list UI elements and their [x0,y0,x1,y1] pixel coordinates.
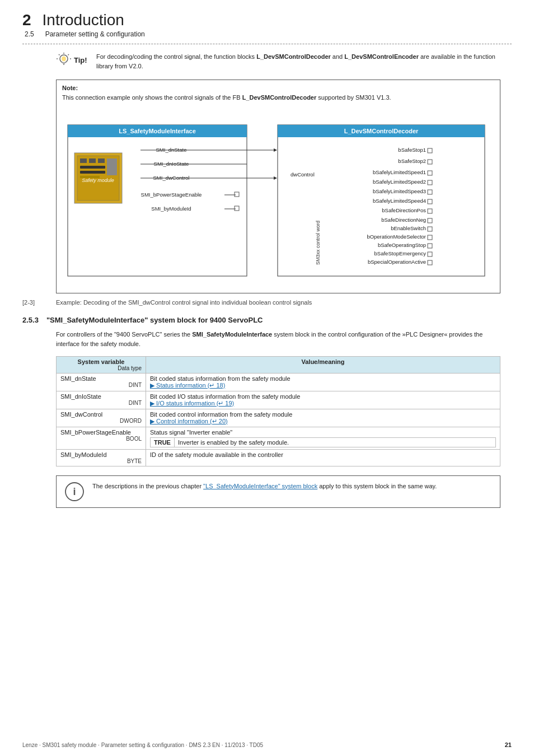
val-link-row: ▶ I/O status information (↵ 19) [150,400,496,407]
val-link-row: ▶ Status information (↵ 18) [150,382,496,389]
svg-text:bSafelyLimitedSpeed2: bSafelyLimitedSpeed2 [373,179,426,185]
val-line1: Bit coded I/O status information from th… [150,393,496,400]
section-253-num: 2.5.3 [22,316,39,324]
note-text2: supported by SM301 V1.3. [316,94,391,101]
svg-rect-9 [63,63,65,64]
svg-text:i: i [73,486,76,497]
varname: SMI_dnState [60,375,142,382]
val-cell: Bit coded control information from the s… [146,409,500,427]
svg-rect-18 [98,158,105,163]
svg-line-5 [59,54,60,55]
svg-marker-26 [274,148,277,152]
footer-page: 21 [505,741,512,748]
info-text-pre: The descriptions in the previous chapter [92,483,203,489]
tip-bold2: L_DevSMControlEncoder [344,53,419,60]
svg-text:bSafeDirectionPos: bSafeDirectionPos [382,207,426,213]
col-header-val: Value/meaning [146,356,500,373]
datatype: BYTE [60,458,142,464]
page-header: 2 Introduction 2.5 Parameter setting & c… [22,11,512,38]
svg-rect-16 [80,158,87,163]
note-content: This connection example only shows the c… [62,93,494,102]
info-icon: i [64,482,85,502]
tip-icon-label: Tip! [56,52,90,68]
svg-line-6 [68,54,69,55]
io-status-info-link[interactable]: ▶ I/O status information (↵ 19) [150,400,234,407]
svg-rect-21 [80,171,105,174]
svg-text:bSafelyLimitedSpeed3: bSafelyLimitedSpeed3 [373,188,426,194]
tip-text1: For decoding/coding the control signal, … [96,53,256,60]
section-body1: For controllers of the "9400 ServoPLC" s… [56,331,192,338]
section-num: 2.5 [25,30,34,38]
svg-text:bSafeStopEmergency: bSafeStopEmergency [374,250,427,256]
svg-text:SMI_bPowerStageEnable: SMI_bPowerStageEnable [141,192,202,198]
tip-bold1: L_DevSMControlDecoder [256,53,331,60]
svg-rect-17 [89,158,96,163]
svg-text:bSafeDirectionNeg: bSafeDirectionNeg [381,217,426,223]
sysvar-cell: SMI_bPowerStageEnable BOOL [57,427,146,449]
tip-label: Tip! [74,56,87,64]
note-title: Note: [62,85,494,91]
caption-num: [2-3] [22,299,56,306]
svg-text:bOperationModeSelector: bOperationModeSelector [367,234,426,240]
svg-rect-20 [80,166,105,169]
tip-box: Tip! For decoding/coding the control sig… [56,52,512,71]
sysvar-cell: SMI_dnState DINT [57,373,146,391]
val-line1: Bit coded status information from the sa… [150,375,496,382]
true-label: TRUE [151,437,175,447]
svg-text:Safety module: Safety module [82,178,114,183]
info-box: i The descriptions in the previous chapt… [56,475,500,508]
tip-text2: and [331,53,344,60]
tip-icon-svg [56,52,72,68]
section-253-heading: 2.5.3 "SMI_SafetyModuleInterface" system… [22,316,512,324]
diagram-svg: LS_SafetyModuleInterface Safety module S… [62,108,488,287]
svg-text:LS_SafetyModuleInterface: LS_SafetyModuleInterface [119,128,196,134]
col-header-sysvar: System variableData type [57,356,146,373]
sysvar-cell: SMI_dwControl DWORD [57,409,146,427]
section-title: Parameter setting & configuration [45,30,145,38]
varname: SMI_dwControl [60,411,142,418]
val-cell: Status signal "Inverter enable" TRUE Inv… [146,427,500,449]
table-row: SMI_dnIoState DINT Bit coded I/O status … [57,391,500,409]
table-row: SMI_byModuleId BYTE ID of the safety mod… [57,449,500,466]
control-info-link[interactable]: ▶ Control information (↵ 20) [150,418,228,424]
chapter-title-row: 2 Introduction [22,11,512,29]
info-text-post: apply to this system block in the same w… [317,483,437,489]
caption-row: [2-3] Example: Decoding of the SMI_dwCon… [22,299,512,306]
svg-rect-22 [80,176,100,178]
val-cell: ID of the safety module available in the… [146,449,500,466]
val-cell: Bit coded I/O status information from th… [146,391,500,409]
val-line1: Status signal "Inverter enable" [150,429,496,436]
table-row: SMI_bPowerStageEnable BOOL Status signal… [57,427,500,449]
svg-text:bSafeStop2: bSafeStop2 [398,158,426,164]
status-info-link[interactable]: ▶ Status information (↵ 18) [150,382,225,389]
sysvar-cell: SMI_byModuleId BYTE [57,449,146,466]
table-header-row: System variableData type Value/meaning [57,356,500,373]
true-text: Inverter is enabled by the safety module… [174,437,495,447]
footer-left: Lenze · SM301 safety module · Parameter … [22,742,263,748]
svg-text:bSafelyLimitedSpeed1: bSafelyLimitedSpeed1 [373,169,426,175]
param-table: System variableData type Value/meaning S… [56,356,500,466]
caption-text: Example: Decoding of the SMI_dwControl c… [56,299,312,306]
svg-text:bSafeOperatingStop: bSafeOperatingStop [378,242,426,248]
svg-text:L_DevSMControlDecoder: L_DevSMControlDecoder [344,128,419,134]
varname: SMI_bPowerStageEnable [60,429,142,436]
svg-text:SM3xx control word: SM3xx control word [315,220,321,264]
note-text1: This connection example only shows the c… [62,94,242,101]
ls-smi-link[interactable]: "LS_SafetyModuleInterface" system block [203,483,317,489]
datatype: DWORD [60,418,142,424]
divider [22,44,512,44]
val-cell: Bit coded status information from the sa… [146,373,500,391]
svg-text:bSpecialOperationActive: bSpecialOperationActive [368,259,426,265]
varname: SMI_byModuleId [60,451,142,458]
datatype: BOOL [60,436,142,442]
val-line1: ID of the safety module available in the… [150,451,496,458]
svg-text:bSafeStop1: bSafeStop1 [398,147,426,153]
datatype: DINT [60,400,142,406]
svg-text:dwControl: dwControl [291,171,315,178]
svg-point-7 [62,57,66,62]
section-253-title: "SMI_SafetyModuleInterface" system block… [46,316,263,324]
svg-text:SMI_byModuleId: SMI_byModuleId [151,206,191,212]
val-line1: Bit coded control information from the s… [150,411,496,418]
svg-rect-8 [62,62,65,63]
page-footer: Lenze · SM301 safety module · Parameter … [22,741,512,748]
